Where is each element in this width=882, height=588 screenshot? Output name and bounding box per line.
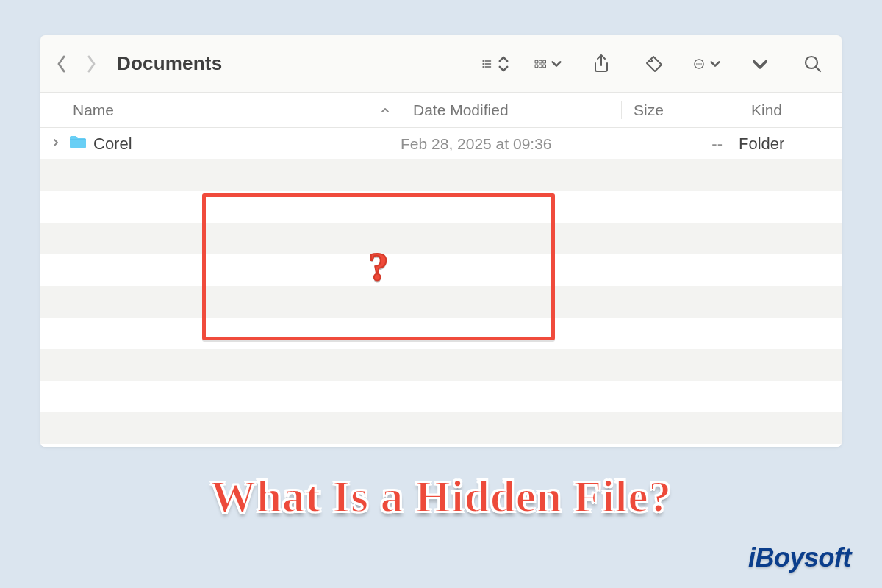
group-by-button[interactable]	[534, 51, 562, 77]
svg-point-16	[700, 63, 702, 65]
cell-size: --	[621, 135, 739, 154]
column-name[interactable]: Name	[40, 101, 401, 119]
svg-rect-9	[535, 65, 538, 68]
svg-rect-10	[539, 65, 542, 68]
cell-name: Corel	[40, 134, 401, 154]
column-size[interactable]: Size	[621, 101, 739, 119]
svg-rect-6	[535, 60, 538, 63]
svg-rect-11	[543, 65, 546, 68]
table-row	[40, 349, 842, 381]
folder-icon	[68, 134, 87, 154]
svg-point-12	[650, 59, 652, 61]
table-row	[40, 444, 842, 447]
table-row	[40, 223, 842, 254]
column-name-label: Name	[73, 101, 114, 119]
share-button[interactable]	[587, 51, 615, 77]
toolbar-overflow-button[interactable]	[746, 51, 774, 77]
column-kind[interactable]: Kind	[739, 101, 842, 119]
table-row	[40, 412, 842, 444]
window-title: Documents	[117, 52, 222, 75]
table-row	[40, 381, 842, 412]
cell-kind: Folder	[739, 135, 842, 154]
svg-rect-7	[539, 60, 542, 63]
svg-point-14	[696, 63, 698, 65]
back-button[interactable]	[55, 54, 68, 74]
column-kind-label: Kind	[751, 101, 782, 118]
table-row	[40, 159, 842, 191]
table-row	[40, 191, 842, 223]
search-button[interactable]	[799, 51, 827, 77]
brand-text: iBoysoft	[748, 542, 851, 573]
nav-group	[55, 54, 98, 74]
svg-line-18	[816, 67, 820, 71]
column-size-label: Size	[634, 101, 664, 118]
brand-logo: iBoysoft	[748, 542, 851, 573]
cell-date: Feb 28, 2025 at 09:36	[401, 135, 621, 153]
chevron-down-icon	[551, 54, 562, 74]
column-headers: Name Date Modified Size Kind	[40, 93, 842, 128]
svg-point-0	[482, 60, 484, 62]
table-row	[40, 286, 842, 318]
table-row[interactable]: Corel Feb 28, 2025 at 09:36 -- Folder	[40, 128, 842, 159]
chevron-up-down-icon	[498, 54, 509, 74]
tags-button[interactable]	[640, 51, 668, 77]
table-row	[40, 254, 842, 286]
svg-point-4	[482, 66, 484, 68]
column-date-label: Date Modified	[413, 101, 509, 118]
svg-point-2	[482, 63, 484, 65]
finder-window: Documents	[40, 35, 842, 447]
sort-indicator-icon	[380, 101, 390, 119]
headline-text: What Is a Hidden File?	[0, 470, 882, 523]
chevron-down-icon	[709, 54, 721, 74]
view-list-button[interactable]	[481, 51, 509, 77]
disclosure-triangle-icon[interactable]	[52, 136, 62, 151]
table-row	[40, 318, 842, 349]
more-actions-button[interactable]	[693, 51, 721, 77]
svg-point-15	[698, 63, 700, 65]
column-date[interactable]: Date Modified	[401, 101, 621, 119]
forward-button[interactable]	[85, 54, 98, 74]
svg-rect-8	[543, 60, 546, 63]
toolbar-controls	[481, 51, 827, 77]
file-name: Corel	[93, 135, 132, 154]
file-list: Corel Feb 28, 2025 at 09:36 -- Folder ?	[40, 128, 842, 447]
toolbar: Documents	[40, 35, 842, 93]
